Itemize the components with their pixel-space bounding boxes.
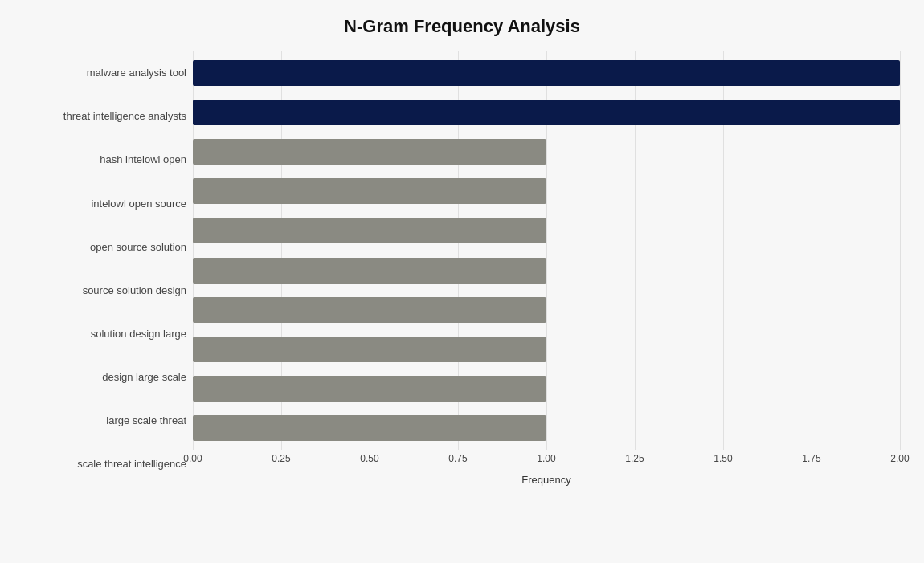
x-tick: 1.00 [537,453,555,464]
bar [193,178,546,204]
y-axis-labels: malware analysis toolthreat intelligence… [24,51,193,486]
bar [193,415,546,441]
y-label: solution design large [91,314,186,354]
bar-row [193,92,900,132]
y-label: intelowl open source [91,183,186,223]
y-label: source solution design [83,271,186,311]
bar [193,100,900,125]
y-label: malware analysis tool [87,53,186,93]
x-axis-ticks: 0.000.250.500.751.001.251.501.752.00 [193,453,900,471]
bar-row [193,329,900,369]
chart-area: malware analysis toolthreat intelligence… [24,51,900,486]
bar-row [193,369,900,409]
x-tick: 0.00 [183,453,202,464]
bar-row [193,172,900,211]
chart-container: N-Gram Frequency Analysis malware analys… [0,0,924,563]
bar [193,297,546,323]
x-tick: 2.00 [890,453,909,464]
grid-and-bars [193,51,900,450]
y-label: scale threat intelligence [77,444,186,484]
bars-wrapper [193,51,900,450]
x-tick: 1.25 [625,453,644,464]
bar [193,218,546,243]
x-tick: 0.75 [448,453,467,464]
bar [193,60,900,86]
bars-section: 0.000.250.500.751.001.251.501.752.00 Fre… [193,51,900,486]
y-label: threat intelligence analysts [63,96,186,137]
y-label: open source solution [90,226,186,267]
chart-title: N-Gram Frequency Analysis [24,16,900,37]
bar [193,337,546,362]
y-label: large scale threat [106,401,186,441]
bar-row [193,409,900,448]
x-tick: 0.25 [272,453,290,464]
grid-line [900,51,901,450]
bar [193,139,546,165]
y-label: design large scale [102,357,186,398]
bar-row [193,251,900,290]
bar [193,376,546,402]
x-tick: 1.75 [802,453,820,464]
bar-row [193,132,900,171]
bar [193,258,546,284]
bar-row [193,290,900,329]
bar-row [193,53,900,92]
x-tick: 1.50 [713,453,732,464]
x-axis-label: Frequency [193,474,900,486]
x-tick: 0.50 [360,453,378,464]
y-label: hash intelowl open [100,140,186,180]
bar-row [193,211,900,251]
